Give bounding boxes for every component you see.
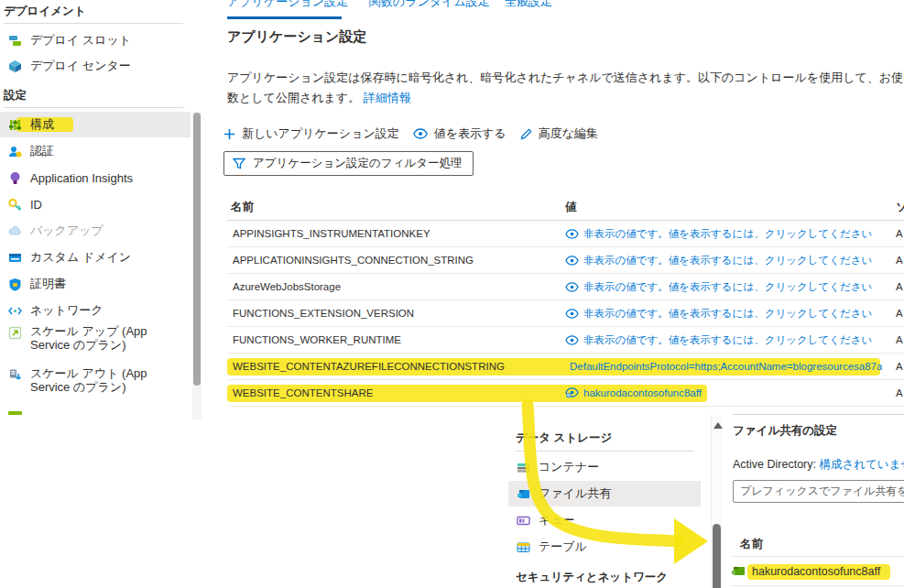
file-share-settings-title: ファイル共有の設定: [733, 423, 837, 439]
sidebar-section-settings: 設定: [4, 88, 27, 103]
sidebar-scrollbar-thumb[interactable]: [193, 113, 201, 386]
ad-not-configured-link[interactable]: 構成されていません: [819, 458, 904, 471]
learn-more-link[interactable]: 詳細情報: [364, 91, 411, 104]
deploy-slots-icon: [8, 34, 22, 48]
authentication-icon: [8, 145, 22, 158]
advanced-edit-button[interactable]: 高度な編集: [520, 125, 598, 142]
panel-scrollbar-thumb[interactable]: [713, 524, 721, 588]
certificate-shield-icon: [8, 278, 22, 291]
table-row: AzureWebJobsStorage 非表示の値です。値を表示するには、クリッ…: [227, 274, 904, 300]
storage-account-menu-panel: データ ストレージ コンテナー ファイル共有 キュー テーブル セキュリティとネ…: [508, 412, 722, 588]
divider: [516, 451, 693, 452]
page-title: アプリケーション設定: [227, 28, 366, 46]
file-share-list-item[interactable]: hakurodacontosofunc8aff: [724, 557, 904, 585]
sidebar-section-deployment: デプロイメント: [4, 4, 86, 19]
hidden-value-link[interactable]: 非表示の値です。値を表示するには、クリックしてください: [565, 274, 882, 299]
settings-toolbar: 新しいアプリケーション設定 値を表示する 高度な編集: [223, 125, 598, 142]
sidebar-item-scale-up[interactable]: スケール アップ (App Service のプラン): [0, 322, 191, 363]
tab-general-settings[interactable]: 全般設定: [505, 0, 552, 10]
sidebar-item-authentication[interactable]: 認証: [0, 138, 191, 164]
table-row: APPLICATIONINSIGHTS_CONNECTION_STRING 非表…: [227, 247, 904, 274]
sidebar-item-application-insights[interactable]: Application Insights: [0, 165, 191, 191]
sidebar-item-networking[interactable]: ネットワーク: [0, 298, 191, 323]
show-values-button[interactable]: 値を表示する: [413, 125, 506, 142]
divider: [4, 107, 183, 108]
table-row: WEBSITE_CONTENTSHARE hakurodacontosofunc…: [227, 380, 904, 407]
sidebar-item-partial-icon: [8, 411, 22, 415]
eye-icon: [565, 335, 579, 345]
plus-icon: [223, 128, 235, 140]
queues-icon: [517, 514, 530, 528]
containers-icon: [517, 461, 530, 474]
sidebar-item-deployment-slots[interactable]: デプロイ スロット: [0, 27, 191, 53]
menu-item-tables[interactable]: テーブル: [508, 534, 701, 560]
table-row: APPINSIGHTS_INSTRUMENTATIONKEY 非表示の値です。値…: [227, 221, 904, 247]
column-header-name: 名前: [740, 537, 763, 552]
menu-section-security-networking: セキュリティとネットワーク: [516, 570, 668, 585]
eye-icon: [565, 309, 579, 319]
eye-icon: [413, 128, 428, 139]
table-row: FUNCTIONS_WORKER_RUNTIME 非表示の値です。値を表示するに…: [227, 327, 904, 354]
tables-icon: [517, 540, 530, 554]
sidebar-item-backups[interactable]: バックアップ: [0, 218, 191, 244]
application-insights-icon: [8, 171, 22, 185]
column-header-name: 名前: [231, 200, 254, 215]
file-share-panel: ファイル共有の設定 Active Directory: 構成されていません プレ…: [724, 412, 904, 588]
shown-value[interactable]: hakurodacontosofunc8aff: [565, 380, 882, 406]
service-sidebar: デプロイメント デプロイ スロット デプロイ センター 設定 構成 認証 App…: [0, 0, 212, 421]
table-row: FUNCTIONS_EXTENSION_VERSION 非表示の値です。値を表示…: [227, 300, 904, 327]
identity-key-icon: [8, 198, 22, 212]
table-row: WEBSITE_CONTENTAZUREFILECONNECTIONSTRING…: [227, 354, 904, 380]
backup-cloud-icon: [8, 224, 22, 238]
active-directory-status: Active Directory: 構成されていません: [733, 457, 904, 473]
filter-funnel-icon: [233, 158, 245, 169]
custom-domain-icon: [8, 251, 22, 265]
settings-table-header: 名前 値 ソ: [227, 194, 904, 221]
divider: [4, 23, 183, 24]
hidden-value-link[interactable]: 非表示の値です。値を表示するには、クリックしてください: [565, 221, 882, 246]
hidden-value-link[interactable]: 非表示の値です。値を表示するには、クリックしてください: [565, 327, 882, 353]
hidden-value-link[interactable]: 非表示の値です。値を表示するには、クリックしてください: [565, 247, 882, 273]
menu-section-data-storage: データ ストレージ: [516, 430, 612, 446]
divider: [733, 414, 904, 415]
sidebar-item-certificates[interactable]: 証明書: [0, 271, 191, 297]
eye-icon: [565, 282, 579, 292]
file-shares-icon: [517, 487, 530, 501]
menu-item-queues[interactable]: キュー: [508, 507, 701, 533]
divider: [731, 585, 904, 586]
sidebar-item-deployment-center[interactable]: デプロイ センター: [0, 53, 191, 79]
menu-item-containers[interactable]: コンテナー: [508, 454, 701, 480]
file-share-search-input[interactable]: プレフィックスでファイル共有を検索して: [733, 480, 904, 503]
eye-slash-icon: [565, 387, 579, 398]
file-share-item-icon: [731, 565, 746, 578]
description-line-1: アプリケーション設定は保存時に暗号化され、暗号化されたチャネルで送信されます。以…: [227, 70, 904, 86]
configuration-main: アプリケーション設定 関数のランタイム設定 全般設定 アプリケーション設定 アプ…: [227, 0, 904, 418]
sidebar-item-scale-out[interactable]: スケール アウト (App Service のプラン): [0, 365, 191, 405]
hidden-value-link[interactable]: 非表示の値です。値を表示するには、クリックしてください: [565, 300, 882, 326]
new-application-setting-button[interactable]: 新しいアプリケーション設定: [223, 125, 399, 142]
sidebar-item-configuration[interactable]: 構成: [0, 112, 191, 137]
scale-up-icon: [8, 326, 22, 340]
description-line-2: 数として公開されます。 詳細情報: [227, 90, 904, 106]
sidebar-item-identity[interactable]: ID: [0, 191, 191, 217]
scroll-up-arrow[interactable]: [713, 422, 723, 429]
column-header-value: 値: [565, 200, 577, 215]
tab-function-runtime-settings[interactable]: 関数のランタイム設定: [369, 0, 490, 10]
pencil-icon: [520, 128, 532, 140]
shown-value[interactable]: DefaultEndpointsProtocol=https;AccountNa…: [565, 354, 882, 379]
networking-icon: [8, 304, 22, 318]
eye-icon: [565, 229, 579, 239]
tab-application-settings[interactable]: アプリケーション設定: [227, 0, 348, 10]
configuration-icon: [8, 118, 22, 132]
eye-icon: [565, 256, 579, 266]
column-header-source-partial: ソ: [896, 200, 904, 215]
filter-application-settings-button[interactable]: アプリケーション設定のフィルター処理: [223, 151, 474, 176]
configuration-tabs: アプリケーション設定 関数のランタイム設定 全般設定: [227, 0, 904, 21]
sidebar-item-custom-domains[interactable]: カスタム ドメイン: [0, 245, 191, 270]
scale-out-icon: [8, 368, 22, 382]
deploy-center-icon: [8, 60, 22, 73]
active-tab-underline: [227, 16, 342, 19]
menu-item-file-shares[interactable]: ファイル共有: [508, 481, 701, 506]
